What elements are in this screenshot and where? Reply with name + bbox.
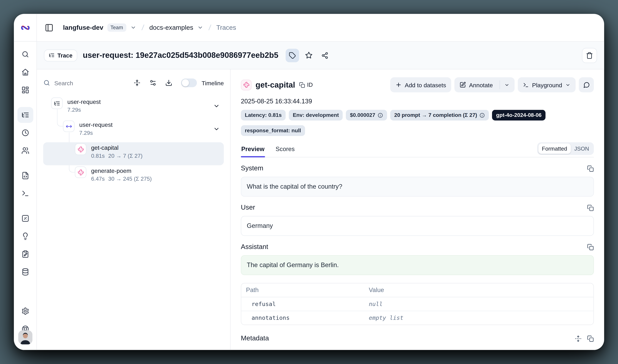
view-formatted[interactable]: Formatted [538, 143, 571, 154]
tabs-divider [241, 157, 594, 157]
node-tokens: 30 → 245 (Σ 275) [108, 175, 152, 183]
sidebar-item-settings[interactable] [17, 303, 33, 319]
copy-id-button[interactable]: ID [299, 82, 313, 88]
chevron-down-icon[interactable] [130, 25, 136, 31]
tab-scores[interactable]: Scores [275, 145, 295, 157]
copy-icon [587, 335, 594, 342]
path-cell: annotations [241, 315, 369, 321]
sidebar-item-users[interactable] [17, 143, 33, 158]
sidebar-item-home[interactable] [17, 64, 33, 80]
desktop: langfuse-dev Team / docs-examples / Trac… [0, 0, 618, 364]
collapse-chevron-icon[interactable] [213, 103, 220, 110]
model-badge[interactable]: gpt-4o-2024-08-06 [492, 110, 545, 120]
sidebar-item-playground[interactable] [17, 185, 33, 201]
terminal-icon [523, 82, 529, 88]
annotate-button[interactable]: Annotate [454, 77, 515, 92]
collapse-all-button[interactable] [133, 79, 141, 86]
breadcrumb-project[interactable]: langfuse-dev [63, 24, 103, 31]
sidebar-item-tracing[interactable] [17, 107, 33, 123]
detail-tabs: Preview Scores Formatted JSON [241, 142, 594, 157]
node-label: get-capital [91, 143, 142, 152]
tree-node-generation[interactable]: generate-poem 6.47s 30 → 245 (Σ 275) [43, 165, 224, 188]
comments-button[interactable] [579, 77, 594, 92]
download-button[interactable] [165, 79, 172, 86]
table-row: refusal null [241, 297, 593, 311]
span-node-icon [63, 120, 74, 132]
star-icon [305, 52, 312, 59]
delete-trace-button[interactable] [582, 48, 597, 63]
tree-node-trace[interactable]: user-request 7.29s [43, 96, 224, 119]
add-to-datasets-button[interactable]: Add to datasets [390, 77, 451, 92]
node-label: generate-poem [91, 167, 152, 175]
sidebar-item-datasets[interactable] [17, 264, 33, 280]
pen-square-icon [460, 82, 466, 88]
unfold-vertical-icon [575, 335, 582, 342]
fold-vertical-icon [133, 79, 141, 86]
sidebar-item-sessions[interactable] [17, 125, 33, 141]
view-json[interactable]: JSON [571, 143, 592, 154]
system-section: System What is the capital of the countr… [241, 165, 594, 197]
trace-type-badge: Trace [44, 49, 77, 61]
observation-timestamp: 2025-08-25 16:33:44.139 [241, 98, 594, 105]
breadcrumb-section[interactable]: Traces [216, 24, 236, 31]
node-duration: 6.47s [91, 175, 105, 183]
sidebar-item-evaluation[interactable] [17, 210, 33, 226]
metadata-heading: Metadata [241, 335, 269, 343]
sidebar-item-prompts[interactable] [17, 168, 33, 183]
tree-node-generation-selected[interactable]: get-capital 0.81s 20 → 7 (Σ 27) [43, 142, 224, 165]
sidebar-item-annotation-queues[interactable] [17, 246, 33, 262]
sidebar-toggle-icon[interactable] [45, 23, 53, 32]
info-icon [378, 112, 383, 118]
collapse-chevron-icon[interactable] [213, 126, 220, 132]
chevron-down-icon[interactable] [504, 82, 510, 87]
tree-node-span[interactable]: user-request 7.29s [43, 119, 224, 142]
breadcrumb-item[interactable]: docs-examples [149, 24, 193, 31]
sidebar-item-insights[interactable] [17, 228, 33, 244]
expand-button[interactable] [575, 335, 582, 342]
tag-button[interactable] [285, 49, 299, 62]
sidebar-item-dashboard[interactable] [17, 82, 33, 98]
chevron-down-icon [565, 82, 570, 87]
assistant-heading: Assistant [241, 243, 268, 251]
copy-icon [587, 244, 594, 250]
share-button[interactable] [319, 49, 331, 61]
tree-settings-button[interactable] [149, 79, 156, 86]
bookmark-star-button[interactable] [303, 49, 315, 61]
detail-header: get-capital ID Add to datasets [241, 77, 594, 92]
download-icon [165, 79, 172, 86]
table-row: annotations empty list [241, 311, 593, 325]
timeline-toggle[interactable] [181, 78, 197, 87]
breadcrumb-separator: / [139, 23, 146, 32]
plus-icon [395, 82, 401, 88]
metadata-section: Metadata [241, 335, 594, 343]
tree-toolbar: Timeline [43, 75, 224, 91]
sidebar-item-search[interactable] [17, 46, 33, 62]
copy-button[interactable] [587, 244, 594, 250]
langfuse-logo-icon [20, 22, 30, 33]
env-badge: Env: development [289, 110, 343, 120]
chevron-down-icon[interactable] [197, 25, 203, 31]
cost-badge[interactable]: $0.000027 [346, 110, 387, 120]
sidebar [14, 41, 37, 350]
copy-button[interactable] [587, 335, 594, 342]
avatar[interactable] [18, 330, 32, 344]
logo-column [14, 14, 37, 41]
generation-node-icon [75, 167, 86, 178]
share-icon [321, 52, 328, 59]
tab-preview[interactable]: Preview [241, 145, 265, 157]
toggle-knob [182, 79, 189, 86]
team-badge: Team [107, 24, 126, 32]
system-heading: System [241, 165, 263, 172]
copy-button[interactable] [587, 204, 594, 211]
token-usage-badge[interactable]: 20 prompt → 7 completion (Σ 27) [390, 110, 489, 120]
user-message: Germany [241, 216, 594, 236]
list-tree-icon [49, 52, 55, 58]
trace-tree-panel: Timeline user-request 7.29s [37, 69, 231, 350]
search-input[interactable] [54, 79, 102, 86]
playground-button[interactable]: Playground [518, 77, 576, 92]
add-to-datasets-label: Add to datasets [405, 81, 446, 88]
copy-button[interactable] [587, 165, 594, 172]
node-duration: 7.29s [67, 106, 81, 114]
observation-title: get-capital [256, 80, 295, 90]
breadcrumb: langfuse-dev Team / docs-examples / Trac… [37, 14, 604, 41]
